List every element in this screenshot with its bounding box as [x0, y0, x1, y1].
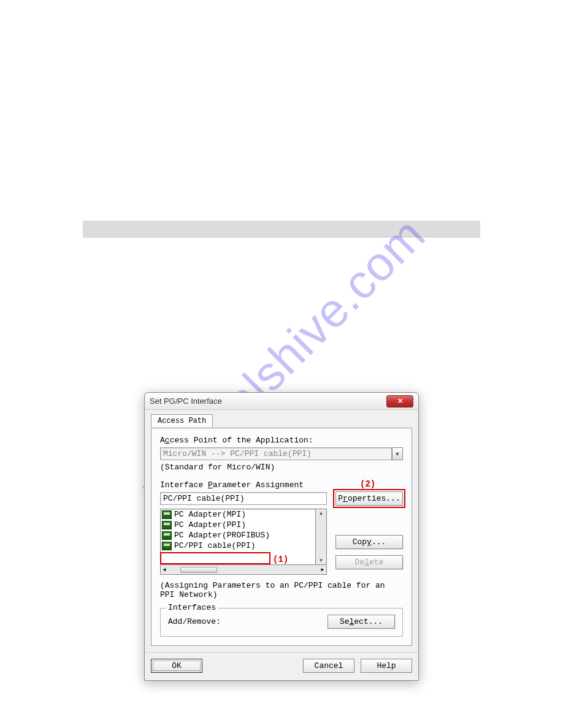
dialog-title: Set PG/PC Interface [150, 396, 386, 406]
dialog-footer: OK Cancel Help [145, 652, 418, 680]
access-point-combo[interactable]: Micro/WIN --> PC/PPI cable(PPI) ▼ [160, 447, 403, 460]
scroll-thumb[interactable] [180, 567, 217, 573]
adapter-icon [162, 542, 172, 550]
list-item[interactable]: PC/PPI cable(PPI) [161, 540, 315, 551]
titlebar[interactable]: Set PG/PC Interface ✕ [145, 393, 418, 410]
listbox-wrap: PC Adapter(MPI) PC Adapter(PPI) PC Adapt… [160, 509, 327, 565]
scroll-up-icon: ▲ [319, 510, 324, 516]
properties-button[interactable]: Properties... [335, 491, 403, 506]
delete-button: Delete [335, 555, 403, 569]
param-left: Interface Parameter Assignment PC Adapte… [160, 480, 327, 575]
interfaces-legend: Interfaces [166, 603, 218, 612]
access-point-value: Micro/WIN --> PC/PPI cable(PPI) [160, 447, 392, 460]
scroll-left-icon: ◄ [162, 567, 167, 572]
horizontal-scrollbar[interactable]: ◄ ► [160, 565, 327, 575]
access-point-label: Access Point of the Application: [160, 436, 403, 445]
vertical-scrollbar[interactable]: ▲ ▼ [316, 509, 327, 565]
ok-button[interactable]: OK [151, 659, 202, 673]
copy-button[interactable]: Copy... [335, 535, 403, 549]
tab-panel: Access Point of the Application: Micro/W… [151, 428, 412, 646]
scroll-down-icon: ▼ [319, 558, 324, 563]
adapter-icon [162, 510, 172, 519]
dropdown-icon[interactable]: ▼ [392, 447, 403, 460]
tab-access-path[interactable]: Access Path [151, 414, 213, 427]
close-icon: ✕ [397, 397, 403, 405]
interfaces-fieldset: Interfaces Add/Remove: Select... [160, 608, 403, 637]
dialog-body: Access Path Access Point of the Applicat… [145, 410, 418, 652]
dialog-window: Set PG/PC Interface ✕ Access Path Access… [144, 392, 419, 681]
standard-note: (Standard for Micro/WIN) [160, 463, 403, 472]
annotation-2: (2) [360, 479, 375, 489]
cancel-button[interactable]: Cancel [303, 659, 354, 673]
param-right: (2) Properties... Copy... Delete [335, 480, 403, 569]
list-item[interactable]: PC Adapter(MPI) [161, 509, 315, 520]
adapter-icon [162, 521, 172, 529]
list-item[interactable]: PC Adapter(PPI) [161, 520, 315, 530]
interface-param-label: Interface Parameter Assignment [160, 480, 327, 490]
annotation-1: (1) [273, 555, 288, 564]
interface-param-input[interactable] [160, 492, 327, 505]
list-item[interactable]: PC Adapter(PROFIBUS) [161, 530, 315, 540]
tab-container: Access Path [151, 414, 412, 427]
add-remove-label: Add/Remove: [168, 617, 221, 626]
adapter-icon [162, 531, 172, 540]
select-button[interactable]: Select... [327, 615, 395, 629]
gray-band [83, 221, 480, 238]
interface-listbox[interactable]: PC Adapter(MPI) PC Adapter(PPI) PC Adapt… [160, 509, 316, 565]
scroll-right-icon: ► [320, 567, 325, 572]
help-button[interactable]: Help [361, 659, 412, 673]
close-button[interactable]: ✕ [386, 395, 413, 408]
assign-description: (Assigning Parameters to an PC/PPI cable… [160, 581, 403, 599]
